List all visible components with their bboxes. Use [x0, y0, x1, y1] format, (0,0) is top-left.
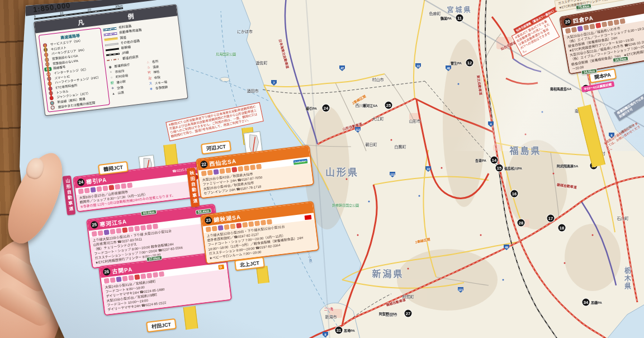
service-icon — [212, 226, 217, 232]
map-sapa-name: 黒埼PA — [344, 328, 355, 333]
map-sapa-number: 24 — [323, 105, 330, 112]
map-sapa-number: 11 — [456, 15, 463, 22]
road-swatch-shink — [106, 48, 119, 51]
service-icon — [153, 223, 158, 229]
map-label-pref: 山形県 — [325, 165, 359, 179]
service-icon — [122, 227, 127, 233]
map-label-city: 村山市 — [372, 77, 384, 82]
map-label-prefv: 栃木県 — [623, 267, 632, 290]
map-label-pref: 新潟県 — [372, 266, 404, 280]
map-sapa-name: 黒磯PA — [591, 300, 602, 305]
map-sapa-number: 34 — [583, 299, 590, 306]
service-icon — [91, 187, 96, 193]
card-number: 24 — [77, 179, 85, 186]
service-icon — [577, 26, 583, 31]
map-label-park: 鳥海国定公園 — [216, 51, 236, 57]
service-icon — [110, 278, 116, 283]
service-icon — [236, 223, 242, 228]
service-icon — [121, 183, 126, 189]
map-sapa-name: 阿賀野川SA — [379, 311, 397, 316]
service-icon — [127, 182, 132, 188]
map-label-city: 遊佐町 — [256, 60, 268, 65]
service-icon — [122, 276, 128, 281]
service-icon — [608, 21, 613, 26]
card-number: 25 — [91, 221, 98, 229]
service-icon — [614, 20, 619, 25]
map-sapa-name: 菅生PA — [451, 60, 462, 65]
service-icon — [104, 229, 110, 235]
map-sapa-number: 17 — [547, 215, 555, 222]
map-sapa-number: 28 — [518, 219, 525, 227]
service-icon — [102, 186, 108, 191]
map-label-city: 大江町 — [372, 116, 384, 121]
service-icon — [261, 220, 266, 226]
service-icon — [571, 27, 577, 32]
service-icon — [110, 229, 116, 234]
map-label-city: 朝日町 — [366, 142, 377, 147]
road-swatch-other — [105, 43, 119, 46]
map-sapa-name: 福島松川PA — [504, 166, 522, 171]
service-icon — [224, 224, 230, 230]
map-sapa-name: 櫛引PA — [306, 106, 317, 111]
service-icon — [146, 273, 152, 278]
map-label-city: にかほ市 — [237, 29, 253, 34]
service-icon — [230, 224, 235, 229]
service-icon — [134, 274, 140, 280]
service-icon — [218, 225, 224, 231]
service-icon — [225, 168, 231, 173]
route-band — [256, 266, 269, 284]
service-icon — [207, 170, 213, 176]
map-sapa-number: 12 — [466, 59, 473, 67]
service-icon — [244, 165, 249, 171]
legend-box: 凡 例 高速道路等 サービスエリア（SA）キロポストパーキングエリア（PA）営業… — [34, 4, 188, 116]
service-icon — [140, 274, 146, 279]
service-icon — [146, 224, 152, 230]
scale-tick: 0 — [34, 15, 36, 18]
map-label-pref: 福島県 — [509, 143, 541, 157]
map-sapa-number: 25 — [385, 102, 392, 109]
map-label-city: 色麻町 — [429, 11, 441, 16]
map-label-pref: 宮城県 — [447, 4, 472, 14]
map-label-spot: 二ツ亀 — [324, 307, 334, 311]
legend-road-label: 都道府県界 — [122, 54, 139, 62]
service-icon — [115, 184, 120, 190]
map-label-park: 磐梯朝日国立公園 — [332, 203, 359, 208]
service-icon — [583, 25, 589, 30]
service-icon — [78, 189, 84, 194]
map-label-city: 石川町 — [617, 215, 629, 221]
road-swatch-kenkai — [107, 59, 120, 62]
service-icon — [104, 278, 110, 284]
road-swatch-kokudo — [104, 37, 117, 41]
map-label-city: 白鷹町 — [395, 144, 406, 149]
service-icon — [589, 24, 595, 29]
service-icon — [231, 167, 237, 172]
service-icon — [116, 276, 122, 282]
map-sapa-number: 27 — [405, 310, 412, 317]
scale-tick: 10 — [60, 11, 64, 15]
service-icon — [92, 231, 97, 237]
service-icon — [206, 227, 211, 232]
map-sheet: 山形県宮城県福島県新潟県栃木県酒田市遊佐町にかほ市村山市西川町大江町朝日町白鷹町… — [0, 0, 644, 338]
service-icon — [98, 231, 103, 236]
service-icon — [595, 22, 601, 28]
map-sapa-number: 16 — [511, 190, 518, 198]
card-number: 20 — [564, 17, 572, 26]
service-icon — [128, 275, 134, 281]
service-icon — [140, 225, 146, 231]
map-sapa-number: 15 — [496, 165, 503, 172]
service-icon — [256, 164, 262, 170]
service-icon — [108, 185, 114, 190]
legend-symbol-label: 山頂 — [117, 90, 124, 96]
legend-expressway-column: 高速道路等 サービスエリア（SA）キロポストパーキングエリア（PA）営業施設のな… — [39, 27, 110, 112]
route-band — [183, 306, 198, 330]
service-icon — [242, 222, 248, 228]
service-icon — [97, 186, 102, 192]
service-icon — [238, 166, 243, 172]
service-icon — [267, 219, 272, 224]
map-sapa-name: 吾妻PA — [475, 158, 486, 163]
service-icon — [128, 227, 134, 232]
legend-symbol-label: 冬季閉鎖 — [155, 85, 168, 92]
road-swatch-auto — [103, 32, 117, 36]
map-sapa-number: 18 — [558, 224, 566, 232]
service-icon — [254, 220, 260, 226]
